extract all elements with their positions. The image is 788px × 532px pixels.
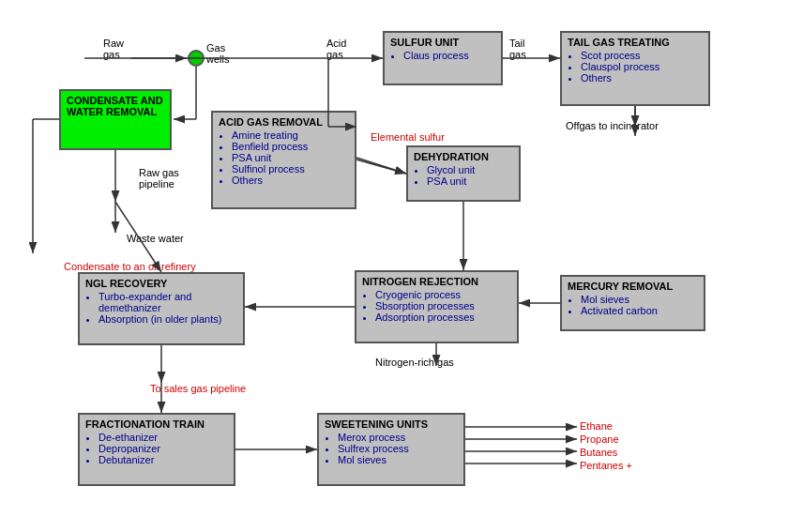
gas-wells-icon (188, 50, 205, 67)
acid-gas-item-4: Sulfinol process (232, 163, 349, 175)
pentanes-label: Pentanes + (580, 460, 632, 471)
ethane-label: Ethane (580, 420, 613, 432)
tail-gas-item-2: Clauspol process (581, 61, 703, 72)
frac-item-1: De-ethanizer (98, 432, 228, 443)
dehydration-item-1: Glycol unit (427, 164, 513, 175)
condensate-refinery-label: Condensate to an oil refinery (64, 261, 196, 272)
frac-item-3: Debutanizer (98, 454, 228, 465)
sulfur-unit-box: SULFUR UNIT Claus process (383, 31, 503, 85)
butanes-label: Butanes (580, 447, 617, 458)
ngl-item-2: Absorption (in older plants) (98, 313, 237, 325)
sulfur-unit-title: SULFUR UNIT (390, 37, 495, 48)
acid-gas-item-3: PSA unit (232, 152, 349, 163)
mercury-item-1: Mol sieves (581, 294, 698, 305)
tail-gas-label: Tailgas (509, 38, 526, 60)
sweetening-item-2: Sulfrex process (338, 443, 458, 454)
elemental-sulfur-label: Elemental sulfur (371, 131, 445, 143)
sweetening-item-1: Merox process (338, 432, 458, 443)
fractionation-train-box: FRACTIONATION TRAIN De-ethanizer Depropa… (78, 413, 235, 486)
gas-wells-label: Gaswells (206, 42, 229, 65)
sweetening-title: SWEETENING UNITS (325, 418, 458, 430)
ngl-recovery-title: NGL RECOVERY (85, 278, 237, 289)
propane-label: Propane (580, 433, 619, 445)
acid-gas-item-1: Amine treating (232, 129, 349, 141)
nitrogen-item-2: Sbsorption processes (375, 300, 511, 312)
acid-gas-item-5: Others (232, 175, 349, 186)
tail-gas-item-1: Scot process (581, 50, 703, 61)
acid-gas-label: Acidgas (326, 38, 346, 60)
nitrogen-rich-gas-label: Nitrogen-rich gas (375, 357, 454, 368)
mercury-removal-box: MERCURY REMOVAL Mol sieves Activated car… (560, 275, 705, 331)
dehydration-title: DEHYDRATION (414, 151, 513, 162)
nitrogen-item-3: Adsorption processes (375, 312, 511, 323)
nitrogen-item-1: Cryogenic process (375, 289, 511, 300)
mercury-item-2: Activated carbon (581, 305, 698, 316)
waste-water-label: Waste water (127, 233, 184, 244)
tail-gas-treating-box: TAIL GAS TREATING Scot process Clauspol … (560, 31, 710, 106)
acid-gas-item-2: Benfield process (232, 141, 349, 152)
raw-gas-pipeline-label: Raw gaspipeline (139, 167, 179, 190)
dehydration-item-2: PSA unit (427, 175, 513, 187)
acid-gas-removal-box: ACID GAS REMOVAL Amine treating Benfield… (211, 111, 356, 209)
tail-gas-item-3: Others (581, 72, 703, 84)
ngl-recovery-box: NGL RECOVERY Turbo-expander and demethan… (78, 272, 245, 345)
to-sales-gas-label: To sales gas pipeline (150, 383, 246, 394)
mercury-removal-title: MERCURY REMOVAL (568, 281, 698, 292)
svg-line-30 (356, 160, 406, 174)
nitrogen-rejection-box: NITROGEN REJECTION Cryogenic process Sbs… (355, 270, 519, 343)
nitrogen-rejection-title: NITROGEN REJECTION (362, 276, 511, 287)
tail-gas-title: TAIL GAS TREATING (568, 37, 703, 48)
sweetening-item-3: Mol sieves (338, 454, 458, 465)
ngl-item-1: Turbo-expander and demethanizer (98, 291, 237, 313)
frac-item-2: Depropanizer (98, 443, 228, 454)
fractionation-title: FRACTIONATION TRAIN (85, 418, 228, 430)
sulfur-unit-item-1: Claus process (403, 50, 495, 61)
sweetening-units-box: SWEETENING UNITS Merox process Sulfrex p… (317, 413, 465, 486)
acid-gas-title: ACID GAS REMOVAL (219, 116, 349, 128)
condensate-title: CONDENSATE AND WATER REMOVAL (67, 95, 164, 117)
svg-line-11 (356, 158, 406, 174)
offgas-incinerator-label: Offgas to incinerator (566, 120, 659, 131)
dehydration-box: DEHYDRATION Glycol unit PSA unit (406, 145, 521, 202)
raw-gas-label: Rawgas (103, 38, 124, 60)
condensate-water-removal-box: CONDENSATE AND WATER REMOVAL (59, 89, 172, 150)
